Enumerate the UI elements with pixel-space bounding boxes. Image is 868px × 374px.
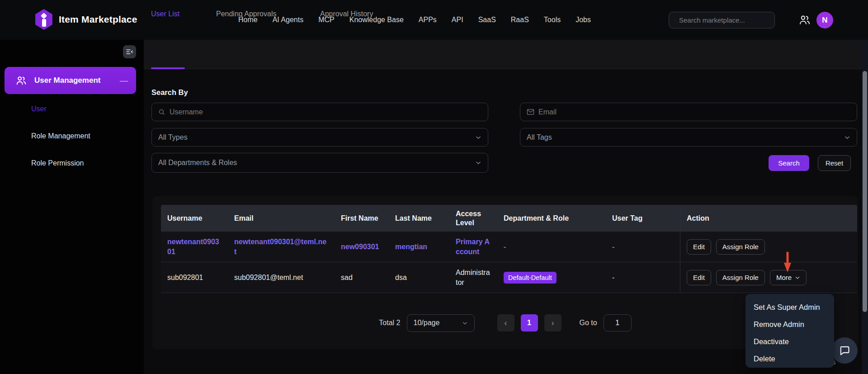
brand-logo[interactable]: Item Marketplace: [34, 9, 137, 30]
cell-last-name: mengtian: [395, 242, 427, 252]
col-last-name: Last Name: [389, 205, 449, 232]
active-tab-underline: [151, 67, 185, 69]
cell-department-role: -: [504, 242, 506, 252]
app-root: Item Marketplace Home AI Agents MCP Know…: [0, 0, 868, 374]
cell-email: sub092801@teml.net: [234, 273, 303, 283]
next-page-button[interactable]: ›: [544, 314, 561, 331]
page-1-button[interactable]: 1: [521, 314, 538, 331]
menu-item-set-as-super-admin[interactable]: Set As Super Admin: [745, 298, 834, 316]
top-navigation: Home AI Agents MCP Knowledge Base APPs A…: [238, 0, 591, 40]
email-field[interactable]: [520, 103, 857, 121]
edit-button[interactable]: Edit: [687, 270, 711, 285]
col-user-tag: User Tag: [606, 205, 680, 232]
tab-user-list[interactable]: User List: [151, 0, 179, 28]
cell-user-tag: -: [612, 273, 614, 283]
search-icon: [158, 109, 165, 116]
col-action: Action: [680, 205, 857, 232]
col-access-level: Access Level: [449, 205, 497, 232]
menu-item-remove-admin[interactable]: Remove Admin: [745, 316, 834, 333]
assign-role-button[interactable]: Assign Role: [716, 270, 765, 285]
prev-page-button[interactable]: ‹: [497, 314, 514, 331]
nav-item-saas[interactable]: SaaS: [478, 16, 496, 24]
search-button[interactable]: Search: [769, 155, 809, 171]
col-department-role: Department & Role: [497, 205, 606, 232]
user-management-label: User Management: [34, 76, 113, 85]
total-count: Total 2: [379, 319, 400, 327]
username-field[interactable]: [151, 103, 488, 121]
cell-access-level: Primary Account: [456, 237, 491, 256]
user-management-icon: [15, 75, 27, 86]
nav-item-apps[interactable]: APPs: [419, 16, 437, 24]
top-header: Item Marketplace Home AI Agents MCP Know…: [0, 0, 868, 40]
email-input[interactable]: [538, 108, 850, 116]
cell-username: sub092801: [167, 273, 203, 283]
cell-access-level: Administrator: [456, 268, 491, 287]
type-select[interactable]: All Types: [151, 128, 488, 147]
cell-first-name: sad: [341, 273, 353, 283]
nav-item-jobs[interactable]: Jobs: [576, 16, 591, 24]
cell-username-link[interactable]: newtenant090301: [167, 237, 222, 256]
table-row: newtenant090301 newtenant090301@teml.net…: [161, 232, 857, 262]
sidebar-item-user-management[interactable]: User Management —: [5, 67, 136, 94]
cell-email: newtenant090301@teml.net: [234, 237, 328, 256]
page-size-select[interactable]: 10/page: [407, 314, 475, 332]
tab-pending-approvals[interactable]: Pending Approvals: [216, 0, 276, 28]
reset-button[interactable]: Reset: [818, 155, 851, 171]
table-row: sub092801 sub092801@teml.net sad dsa Adm…: [161, 262, 857, 293]
envelope-icon: [527, 109, 534, 115]
table-header-row: Username Email First Name Last Name Acce…: [161, 205, 857, 232]
chat-fab-button[interactable]: [831, 337, 858, 364]
sidebar-collapse-button[interactable]: [123, 45, 136, 58]
chat-bubble-icon: [839, 345, 850, 356]
more-dropdown-menu: Set As Super Admin Remove Admin Deactiva…: [745, 294, 834, 368]
sidebar-item-role-permission[interactable]: Role Permission: [31, 156, 131, 170]
tab-approval-history[interactable]: Approval History: [320, 0, 373, 28]
cell-user-tag: -: [612, 242, 614, 252]
brand-name: Item Marketplace: [59, 14, 137, 25]
department-role-badge: Default-Default: [504, 272, 557, 284]
brand-hexagon-icon: [34, 9, 53, 30]
menu-item-delete[interactable]: Delete: [745, 350, 834, 367]
goto-page-input[interactable]: [604, 314, 632, 331]
col-email: Email: [228, 205, 335, 232]
nav-item-tools[interactable]: Tools: [544, 16, 561, 24]
cell-last-name: dsa: [395, 273, 407, 283]
nav-item-ai-agents[interactable]: AI Agents: [273, 16, 304, 24]
tab-bar: [144, 40, 862, 69]
username-input[interactable]: [170, 108, 481, 116]
search-icon: [675, 17, 675, 24]
department-role-select[interactable]: All Departments & Roles: [151, 153, 488, 173]
nav-item-api[interactable]: API: [452, 16, 463, 24]
goto-label: Go to: [580, 319, 597, 327]
marketplace-search-input[interactable]: [679, 16, 769, 24]
user-avatar[interactable]: N: [816, 12, 833, 28]
user-table: Username Email First Name Last Name Acce…: [161, 205, 857, 293]
col-username: Username: [161, 205, 228, 232]
tag-select[interactable]: All Tags: [520, 128, 857, 147]
collapse-sidebar-icon: [126, 48, 133, 56]
col-first-name: First Name: [335, 205, 389, 232]
cell-first-name: new090301: [341, 242, 379, 252]
chevron-down-icon: [844, 134, 850, 141]
edit-button[interactable]: Edit: [687, 239, 711, 255]
marketplace-search[interactable]: [669, 12, 775, 28]
chevron-down-icon: [475, 134, 481, 141]
scrollbar-thumb[interactable]: [863, 71, 867, 312]
nav-item-raas[interactable]: RaaS: [511, 16, 529, 24]
sidebar-item-user[interactable]: User: [31, 102, 131, 116]
chevron-down-icon: [795, 275, 800, 280]
menu-item-deactivate[interactable]: Deactivate: [745, 333, 834, 350]
sidebar-item-role-management[interactable]: Role Management: [31, 129, 131, 143]
assign-role-button[interactable]: Assign Role: [716, 239, 765, 255]
chevron-down-icon: [475, 160, 481, 166]
search-by-title: Search By: [151, 88, 188, 97]
red-annotation-arrow: [783, 251, 792, 274]
section-collapse-minus-icon: —: [120, 76, 128, 85]
users-icon[interactable]: [798, 14, 811, 26]
chevron-down-icon: [462, 320, 468, 326]
